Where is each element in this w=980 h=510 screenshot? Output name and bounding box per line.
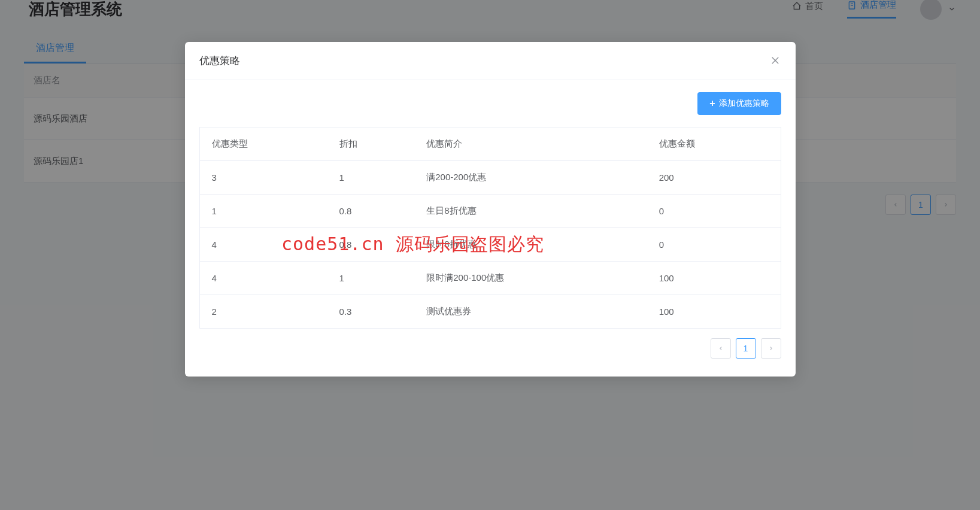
- cell-discount: 0.8: [327, 195, 415, 228]
- cell-amount: 100: [647, 262, 781, 295]
- modal-pagination: 1: [199, 338, 781, 359]
- add-button-label: 添加优惠策略: [719, 98, 769, 109]
- cell-type: 1: [199, 195, 327, 228]
- close-icon: [770, 55, 781, 66]
- plus-icon: +: [709, 98, 715, 109]
- cell-discount: 0.8: [327, 228, 415, 262]
- strategy-table: 优惠类型 折扣 优惠简介 优惠金额 3 1 满200-200优惠 200 1: [199, 127, 781, 329]
- col-type: 优惠类型: [199, 128, 327, 161]
- page-next-button[interactable]: [761, 338, 781, 359]
- chevron-left-icon: [718, 345, 724, 351]
- modal-header: 优惠策略: [185, 42, 796, 80]
- chevron-right-icon: [768, 345, 774, 351]
- col-desc: 优惠简介: [414, 128, 647, 161]
- modal-overlay: 优惠策略 + 添加优惠策略 优惠类型 折扣 优惠简介 优惠金额: [0, 0, 980, 510]
- cell-discount: 0.3: [327, 295, 415, 329]
- cell-desc: 限时8折优惠: [414, 228, 647, 262]
- add-discount-strategy-button[interactable]: + 添加优惠策略: [697, 92, 781, 115]
- cell-type: 3: [199, 161, 327, 195]
- close-button[interactable]: [769, 55, 781, 67]
- cell-desc: 限时满200-100优惠: [414, 262, 647, 295]
- cell-amount: 200: [647, 161, 781, 195]
- modal-body: + 添加优惠策略 优惠类型 折扣 优惠简介 优惠金额 3 1: [185, 80, 796, 377]
- cell-desc: 满200-200优惠: [414, 161, 647, 195]
- modal-toolbar: + 添加优惠策略: [199, 92, 781, 115]
- page-prev-button[interactable]: [711, 338, 731, 359]
- cell-desc: 生日8折优惠: [414, 195, 647, 228]
- cell-type: 4: [199, 228, 327, 262]
- discount-strategy-modal: 优惠策略 + 添加优惠策略 优惠类型 折扣 优惠简介 优惠金额: [185, 42, 796, 377]
- cell-discount: 1: [327, 262, 415, 295]
- page-number-button[interactable]: 1: [736, 338, 756, 359]
- cell-amount: 0: [647, 228, 781, 262]
- modal-title: 优惠策略: [199, 54, 240, 68]
- table-row: 4 0.8 限时8折优惠 0: [199, 228, 781, 262]
- table-row: 1 0.8 生日8折优惠 0: [199, 195, 781, 228]
- cell-amount: 0: [647, 195, 781, 228]
- table-row: 2 0.3 测试优惠券 100: [199, 295, 781, 329]
- cell-amount: 100: [647, 295, 781, 329]
- table-row: 3 1 满200-200优惠 200: [199, 161, 781, 195]
- col-discount: 折扣: [327, 128, 415, 161]
- cell-desc: 测试优惠券: [414, 295, 647, 329]
- cell-type: 4: [199, 262, 327, 295]
- table-row: 4 1 限时满200-100优惠 100: [199, 262, 781, 295]
- cell-discount: 1: [327, 161, 415, 195]
- col-amount: 优惠金额: [647, 128, 781, 161]
- cell-type: 2: [199, 295, 327, 329]
